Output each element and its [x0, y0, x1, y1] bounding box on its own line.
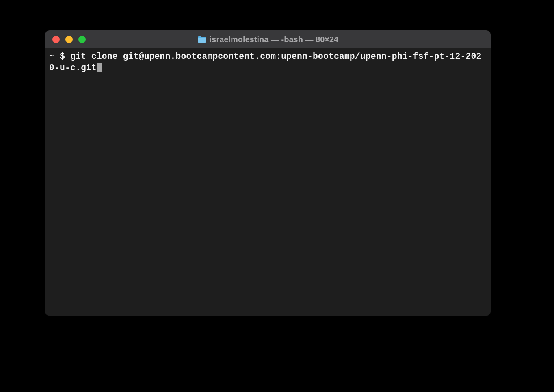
terminal-window: israelmolestina — -bash — 80×24 ~ $ git … — [45, 30, 491, 316]
window-title: israelmolestina — -bash — 80×24 — [210, 35, 338, 44]
cursor — [97, 63, 102, 72]
prompt: ~ $ — [49, 52, 70, 61]
zoom-button[interactable] — [78, 36, 86, 43]
terminal-body[interactable]: ~ $ git clone git@upenn.bootcampcontent.… — [45, 48, 491, 316]
traffic-lights — [52, 36, 86, 43]
close-button[interactable] — [52, 36, 60, 43]
minimize-button[interactable] — [65, 36, 73, 43]
command-text: git clone git@upenn.bootcampcontent.com:… — [49, 52, 481, 73]
titlebar: israelmolestina — -bash — 80×24 — [45, 30, 491, 48]
window-title-wrap: israelmolestina — -bash — 80×24 — [197, 35, 338, 44]
folder-icon — [197, 36, 206, 43]
